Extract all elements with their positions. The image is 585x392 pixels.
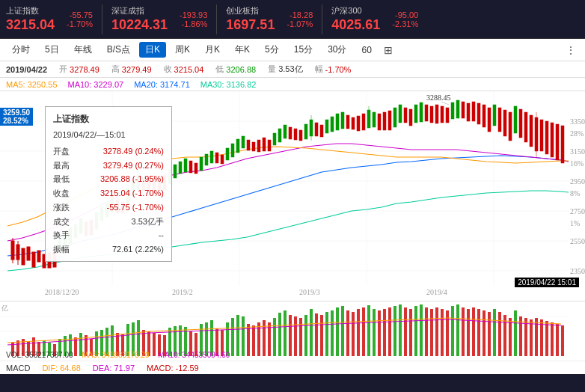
svg-rect-101 <box>430 106 433 123</box>
svg-rect-115 <box>503 110 506 136</box>
info-amplitude: 幅 -1.70% <box>315 64 352 75</box>
volume-info-bar: VOL: 353217387.00 MA5: 341883176.20 MA10… <box>6 351 230 359</box>
svg-rect-106 <box>456 100 459 118</box>
svg-rect-113 <box>493 105 496 126</box>
btn-fenshi[interactable]: 分时 <box>6 42 36 58</box>
svg-rect-214 <box>357 309 360 356</box>
svg-rect-108 <box>467 103 470 121</box>
svg-text:28%: 28% <box>570 129 584 138</box>
ticker-csi300[interactable]: 沪深300 4025.61 <box>331 5 380 33</box>
svg-rect-190 <box>231 318 234 356</box>
svg-rect-59 <box>226 148 229 160</box>
vol-ma5: MA5: 341883176.20 <box>82 351 150 359</box>
svg-text:2950: 2950 <box>570 177 585 186</box>
svg-rect-75 <box>310 120 313 136</box>
svg-text:2019/4: 2019/4 <box>426 288 447 296</box>
svg-rect-209 <box>331 310 334 356</box>
ticker-shanghai-change1: -55.75 <box>70 10 93 19</box>
ticker-chinext-price: 1697.51 <box>226 17 275 33</box>
tooltip-row-turnover: 换手 -- <box>53 228 164 242</box>
info-open: 开 3278.49 <box>59 64 99 75</box>
info-close-value: 3215.04 <box>174 65 204 74</box>
svg-rect-51 <box>184 159 187 172</box>
btn-5ri[interactable]: 5日 <box>39 42 65 58</box>
svg-rect-100 <box>425 105 428 121</box>
btn-yuek[interactable]: 月K <box>199 42 226 58</box>
svg-rect-61 <box>236 139 239 153</box>
svg-rect-56 <box>210 151 213 163</box>
svg-rect-73 <box>299 130 302 141</box>
svg-text:3288.45: 3288.45 <box>426 94 451 102</box>
svg-rect-219 <box>383 309 386 356</box>
svg-rect-230 <box>441 309 444 356</box>
svg-rect-65 <box>257 140 260 152</box>
svg-rect-50 <box>179 162 182 174</box>
svg-rect-228 <box>430 309 433 356</box>
info-high-label: 高 <box>111 64 120 75</box>
info-bar: 2019/04/22 开 3278.49 高 3279.49 收 3215.04… <box>0 61 585 78</box>
svg-rect-52 <box>189 161 192 173</box>
btn-niank[interactable]: 年K <box>229 42 256 58</box>
svg-rect-125 <box>545 121 548 154</box>
svg-rect-243 <box>509 318 512 356</box>
svg-rect-68 <box>273 133 276 145</box>
tooltip-val-amplitude: 72.61 (2.22%) <box>112 242 164 257</box>
grid-icon[interactable]: ⊞ <box>381 43 396 58</box>
svg-rect-74 <box>304 124 307 139</box>
svg-rect-104 <box>446 108 449 123</box>
btn-30fen[interactable]: 30分 <box>322 42 352 58</box>
divider-3 <box>322 4 322 34</box>
svg-rect-238 <box>483 310 486 356</box>
svg-rect-92 <box>383 112 386 130</box>
svg-rect-120 <box>530 115 533 147</box>
svg-rect-244 <box>514 310 517 356</box>
svg-rect-19 <box>37 251 40 262</box>
tooltip-row-amplitude: 振幅 72.61 (2.22%) <box>53 242 164 257</box>
btn-zhouk[interactable]: 周K <box>169 42 196 58</box>
svg-rect-199 <box>278 313 281 356</box>
svg-rect-53 <box>195 163 197 174</box>
svg-text:2019/3: 2019/3 <box>299 288 320 296</box>
svg-text:8%: 8% <box>570 189 580 197</box>
btn-bsdian[interactable]: B/S点 <box>101 42 136 58</box>
svg-rect-118 <box>519 109 522 138</box>
ticker-shenzhen[interactable]: 深证成指 10224.31 <box>111 5 168 33</box>
tooltip-key-change: 涨跌 <box>53 200 70 215</box>
svg-rect-245 <box>519 316 522 356</box>
ticker-chinext[interactable]: 创业板指 1697.51 <box>226 5 275 33</box>
svg-text:亿: 亿 <box>1 304 8 312</box>
ticker-shanghai-change2: -1.70% <box>67 19 93 28</box>
ticker-shanghai-name: 上证指数 <box>6 5 55 16</box>
tooltip-val-change: -55.75 (-1.70%) <box>107 200 164 215</box>
btn-rik[interactable]: 日K <box>139 42 166 58</box>
svg-rect-225 <box>414 306 417 356</box>
svg-rect-192 <box>242 316 245 356</box>
svg-rect-49 <box>174 165 177 178</box>
tooltip-key-vol: 成交 <box>53 215 70 229</box>
main-chart[interactable]: 3288.45 2018/12/20 2019/2 2019/3 2019/4 … <box>0 91 585 301</box>
btn-5fen[interactable]: 5分 <box>259 42 285 58</box>
volume-chart[interactable]: 亿 VOL: 353217387.00 MA5: 341883176.20 MA… <box>0 301 585 361</box>
svg-rect-81 <box>331 117 334 132</box>
info-low-value: 3206.88 <box>226 65 256 74</box>
tooltip-key-amplitude: 振幅 <box>53 242 70 257</box>
svg-rect-96 <box>404 108 407 123</box>
svg-rect-117 <box>514 106 517 133</box>
svg-rect-116 <box>509 112 512 141</box>
svg-rect-78 <box>315 123 318 136</box>
svg-rect-198 <box>273 318 276 356</box>
ma30-label: MA30: 3136.82 <box>200 80 257 89</box>
svg-rect-218 <box>378 310 381 356</box>
svg-rect-16 <box>22 248 25 265</box>
svg-rect-82 <box>336 114 339 130</box>
btn-nianxian[interactable]: 年线 <box>68 42 98 58</box>
ticker-shanghai[interactable]: 上证指数 3215.04 <box>6 5 55 33</box>
menu-icon[interactable]: ⋮ <box>563 43 579 58</box>
svg-rect-110 <box>477 103 480 124</box>
svg-rect-227 <box>425 307 428 356</box>
btn-15fen[interactable]: 15分 <box>288 42 319 58</box>
btn-60fen[interactable]: 60 <box>356 43 378 57</box>
svg-rect-107 <box>462 102 465 118</box>
svg-text:3150: 3150 <box>570 147 585 156</box>
tooltip: 上证指数 2019/04/22/—15:01 开盘 3278.49 (0.24%… <box>45 106 172 262</box>
